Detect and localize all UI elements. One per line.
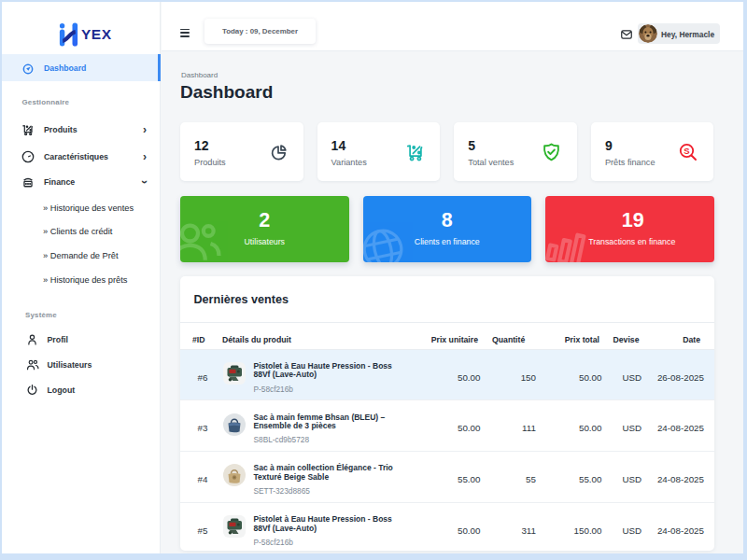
svg-text:S: S: [684, 146, 690, 156]
svg-text:YEX: YEX: [81, 25, 112, 41]
